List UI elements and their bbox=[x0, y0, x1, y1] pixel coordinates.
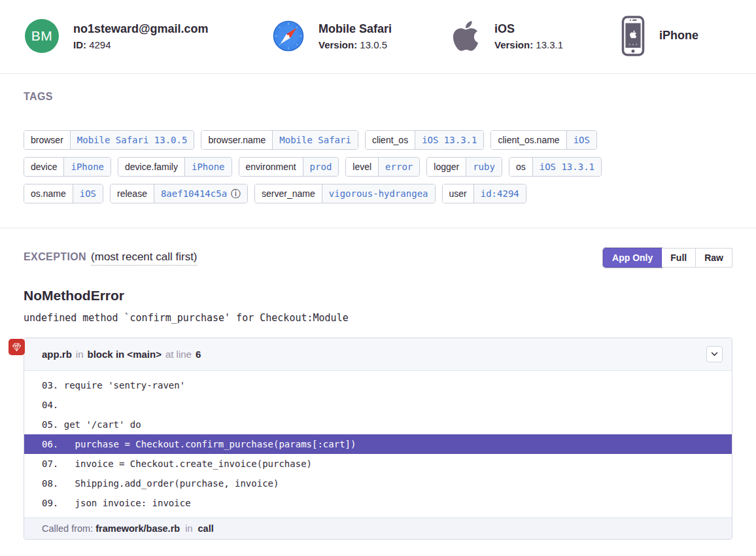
tag-pill[interactable]: level errorⓘ bbox=[345, 157, 420, 177]
tag-list: browser Mobile Safari 13.0.5ⓘ browser.na… bbox=[24, 130, 684, 228]
tag-key[interactable]: browser.name bbox=[201, 131, 272, 149]
tag-key[interactable]: device.family bbox=[118, 158, 184, 176]
context-os: iOS Version: 13.3.1 bbox=[451, 19, 621, 53]
tags-section: TAGS browser Mobile Safari 13.0.5ⓘ brows… bbox=[0, 91, 756, 228]
stacktrace-view-button[interactable]: Full bbox=[662, 248, 696, 268]
tag-key[interactable]: browser bbox=[24, 131, 70, 149]
tag-pill[interactable]: client_os.name iOSⓘ bbox=[490, 130, 596, 150]
tag-value[interactable]: rubyⓘ bbox=[466, 158, 502, 176]
tag-key[interactable]: server_name bbox=[255, 184, 322, 203]
error-type: NoMethodError bbox=[24, 288, 732, 304]
code-line: 03. require 'sentry-raven' bbox=[24, 375, 732, 395]
tag-key[interactable]: client_os.name bbox=[491, 131, 566, 149]
stacktrace-view-button[interactable]: Raw bbox=[696, 248, 732, 268]
tag-key[interactable]: level bbox=[346, 158, 378, 176]
error-message: undefined method `confirm_purchase' for … bbox=[24, 312, 732, 324]
apple-icon bbox=[451, 19, 480, 53]
frame-header: app.rb in block in <main> at line 6 bbox=[24, 338, 732, 371]
device-name: iPhone bbox=[659, 28, 698, 43]
tag-value[interactable]: vigorous-hydrangeaⓘ bbox=[322, 184, 435, 203]
code-line: 04. bbox=[24, 395, 732, 415]
tag-value[interactable]: prodⓘ bbox=[303, 158, 339, 176]
tag-key[interactable]: os.name bbox=[24, 184, 73, 203]
user-avatar: BM bbox=[25, 19, 59, 53]
exception-section-label: EXCEPTION bbox=[24, 251, 86, 263]
tag-key[interactable]: client_os bbox=[366, 131, 415, 149]
tag-value[interactable]: iOS 13.3.1ⓘ bbox=[415, 131, 483, 149]
tag-pill[interactable]: device iPhoneⓘ bbox=[24, 157, 111, 177]
tag-value[interactable]: errorⓘ bbox=[378, 158, 419, 176]
tag-key[interactable]: device bbox=[24, 158, 63, 176]
caller-function: call bbox=[198, 523, 214, 534]
tag-key[interactable]: user bbox=[443, 184, 473, 203]
context-user: BM no1steward@gmail.com ID: 4294 bbox=[25, 19, 273, 53]
tag-value[interactable]: id:4294ⓘ bbox=[473, 184, 526, 203]
safari-icon bbox=[273, 20, 304, 52]
tag-pill[interactable]: browser Mobile Safari 13.0.5ⓘ bbox=[24, 130, 194, 150]
tag-value[interactable]: iOSⓘ bbox=[73, 184, 103, 203]
tag-value[interactable]: iOSⓘ bbox=[566, 131, 596, 149]
tag-pill[interactable]: os.name iOSⓘ bbox=[24, 184, 103, 203]
code-line: 06. purchase = Checkout.confirm_purchase… bbox=[24, 434, 732, 454]
tag-pill[interactable]: logger rubyⓘ bbox=[426, 157, 502, 177]
user-email: no1steward@gmail.com bbox=[73, 22, 209, 37]
os-version: Version: 13.3.1 bbox=[494, 39, 563, 50]
exception-order-hint[interactable]: (most recent call first) bbox=[91, 251, 197, 266]
stack-frame: app.rb in block in <main> at line 6 03. … bbox=[24, 338, 732, 540]
tag-key[interactable]: os bbox=[509, 158, 532, 176]
os-name: iOS bbox=[494, 22, 563, 37]
tag-value[interactable]: 8aef10414c5aⓘ bbox=[154, 184, 247, 203]
code-line: 08. Shipping.add_order(purchase, invoice… bbox=[24, 474, 732, 493]
frame-source-code: 03. require 'sentry-raven' 04. 05. get '… bbox=[24, 371, 732, 517]
tags-section-label: TAGS bbox=[24, 91, 732, 103]
code-line: 05. get '/cart' do bbox=[24, 415, 732, 434]
tag-pill[interactable]: server_name vigorous-hydrangeaⓘ bbox=[254, 184, 435, 203]
info-icon[interactable]: ⓘ bbox=[231, 189, 241, 199]
tag-pill[interactable]: device.family iPhoneⓘ bbox=[118, 157, 232, 177]
user-id: ID: 4294 bbox=[73, 39, 209, 50]
frame-line-number: 6 bbox=[196, 349, 201, 360]
event-context-bar: BM no1steward@gmail.com ID: 4294 bbox=[0, 0, 756, 74]
tag-pill[interactable]: os iOS 13.3.1ⓘ bbox=[509, 157, 602, 177]
tag-key[interactable]: release bbox=[111, 184, 154, 203]
stacktrace-view-toggle: App Only Full Raw bbox=[603, 248, 732, 268]
context-device: iPhone bbox=[621, 16, 698, 56]
tag-value[interactable]: Mobile Safariⓘ bbox=[272, 131, 358, 149]
tag-pill[interactable]: user id:4294ⓘ bbox=[442, 184, 526, 203]
exception-section: EXCEPTION (most recent call first) App O… bbox=[0, 248, 756, 540]
frame-function: block in <main> bbox=[88, 349, 162, 360]
tag-key[interactable]: environment bbox=[239, 158, 303, 176]
chevron-down-icon bbox=[711, 352, 718, 356]
context-browser: Mobile Safari Version: 13.0.5 bbox=[273, 20, 451, 52]
tag-pill[interactable]: release 8aef10414c5aⓘ bbox=[110, 184, 248, 203]
tag-value[interactable]: Mobile Safari 13.0.5ⓘ bbox=[70, 131, 194, 149]
frame-footer: Called from: framework/base.rb in call bbox=[24, 517, 732, 539]
tag-value[interactable]: iPhoneⓘ bbox=[63, 158, 111, 176]
tag-pill[interactable]: browser.name Mobile Safariⓘ bbox=[201, 130, 358, 150]
browser-name: Mobile Safari bbox=[318, 22, 392, 37]
tag-pill[interactable]: environment prodⓘ bbox=[239, 157, 339, 177]
iphone-icon bbox=[621, 16, 645, 56]
ruby-icon bbox=[9, 339, 25, 355]
frame-filename: app.rb bbox=[42, 349, 72, 360]
code-line: 07. invoice = Checkout.create_invoice(pu… bbox=[24, 454, 732, 474]
tag-value[interactable]: iOS 13.3.1ⓘ bbox=[532, 158, 601, 176]
code-line: 09. json invoice: invoice bbox=[24, 493, 732, 513]
stacktrace-view-button[interactable]: App Only bbox=[603, 248, 662, 268]
caller-file: framework/base.rb bbox=[95, 523, 180, 534]
frame-collapse-button[interactable] bbox=[706, 346, 723, 362]
browser-version: Version: 13.0.5 bbox=[318, 39, 392, 50]
tag-pill[interactable]: client_os iOS 13.3.1ⓘ bbox=[365, 130, 485, 150]
tag-value[interactable]: iPhoneⓘ bbox=[184, 158, 232, 176]
tag-key[interactable]: logger bbox=[427, 158, 466, 176]
